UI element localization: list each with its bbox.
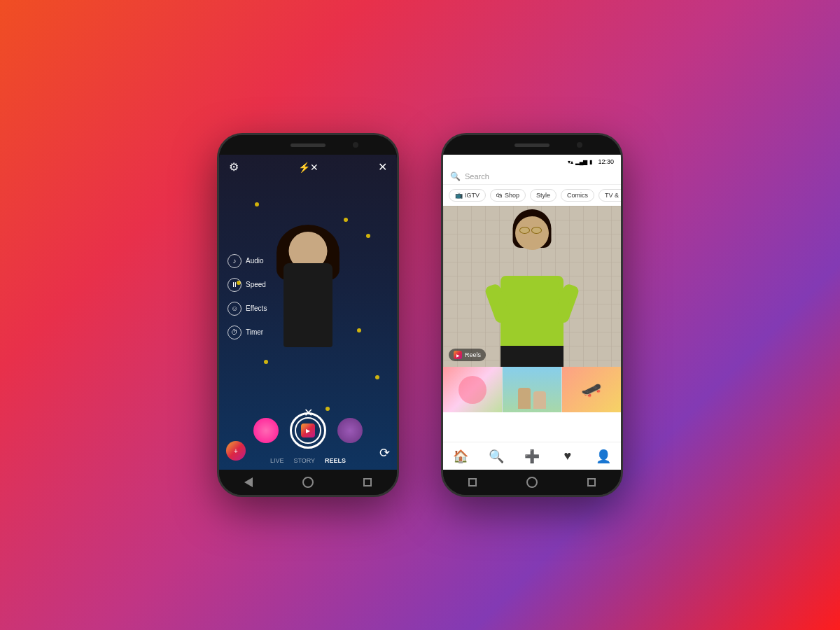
close-icon[interactable]: ✕ <box>378 160 387 174</box>
shop-label: Shop <box>505 192 519 199</box>
reels-badge-text: Reels <box>465 351 481 358</box>
right-speaker <box>514 144 550 147</box>
right-back-button[interactable] <box>587 478 596 486</box>
timer-label: Timer <box>246 328 263 336</box>
thumbnail-skate[interactable]: 🛹 <box>562 367 621 412</box>
sparkle-7 <box>375 375 379 379</box>
search-input[interactable]: Search <box>465 172 614 181</box>
style-label: Style <box>536 192 550 199</box>
reels-badge-icon: ▶ <box>454 351 462 359</box>
reels-shutter-icon: ▶ <box>301 424 315 438</box>
search-nav-button[interactable]: 🔍 <box>486 446 507 467</box>
igtv-label: IGTV <box>465 192 479 199</box>
speed-menu-item[interactable]: ⏸ Speed <box>227 278 267 292</box>
video-background <box>443 206 621 367</box>
right-phone-top-bar <box>443 135 621 155</box>
right-phone-bottom-bar <box>443 470 621 495</box>
status-time: 12:30 <box>598 158 614 165</box>
reels-camera-screen: ⚙ ⚡✕ ✕ ♪ Audio ⏸ Speed ☺ Effects <box>219 155 397 470</box>
shop-icon: 🛍 <box>496 192 503 199</box>
audio-menu-item[interactable]: ♪ Audio <box>227 254 267 268</box>
activity-nav-button[interactable]: ♥ <box>557 446 578 467</box>
woman-figure <box>270 232 346 414</box>
camera-top-bar: ⚙ ⚡✕ ✕ <box>219 160 397 174</box>
sparkle-2 <box>366 234 370 238</box>
right-front-camera <box>577 142 582 148</box>
tab-shop[interactable]: 🛍 Shop <box>490 189 526 202</box>
tab-style[interactable]: Style <box>530 189 556 202</box>
status-bar: ▾▴ ▂▄▆ ▮ 12:30 <box>443 155 621 169</box>
shutter-inner: ▶ <box>295 417 321 444</box>
back-button[interactable] <box>244 477 253 487</box>
profile-nav-button[interactable]: 👤 <box>593 446 614 467</box>
shutter-button[interactable]: ▶ <box>290 412 326 449</box>
speed-label: Speed <box>246 281 266 288</box>
effects-icon: ☺ <box>227 302 241 316</box>
tab-igtv[interactable]: 📺 IGTV <box>449 189 486 202</box>
sparkle-1 <box>255 202 259 206</box>
audio-icon: ♪ <box>227 254 241 268</box>
sparkle-4 <box>357 328 361 332</box>
search-icon: 🔍 <box>450 172 461 181</box>
explore-content-area: ▾▴ ▂▄▆ ▮ 12:30 🔍 Search 📺 IGTV 🛍 <box>443 155 621 470</box>
comics-label: Comics <box>567 192 588 199</box>
woman-body <box>284 263 332 347</box>
mode-live[interactable]: LIVE <box>270 457 284 464</box>
audio-label: Audio <box>246 257 264 265</box>
pink-filter-button[interactable] <box>253 418 279 443</box>
flip-camera-button[interactable]: ⟳ <box>379 445 390 461</box>
status-icons: ▾▴ ▂▄▆ ▮ <box>568 159 593 165</box>
mode-reels[interactable]: REELS <box>325 457 346 464</box>
sparkle-8 <box>344 218 348 222</box>
igtv-icon: 📺 <box>455 192 463 199</box>
reels-background: ⚙ ⚡✕ ✕ ♪ Audio ⏸ Speed ☺ Effects <box>219 155 397 470</box>
flash-icon[interactable]: ⚡✕ <box>298 162 318 173</box>
camera-side-menu: ♪ Audio ⏸ Speed ☺ Effects ⏱ Timer <box>227 254 267 340</box>
purple-filter-button[interactable] <box>337 418 363 443</box>
left-phone-bottom-bar <box>219 470 397 495</box>
speaker <box>290 144 326 147</box>
thumbnail-couple[interactable] <box>503 367 561 412</box>
speed-icon: ⏸ <box>227 278 241 292</box>
right-recents-button[interactable] <box>468 478 477 486</box>
timer-icon: ⏱ <box>227 326 241 340</box>
tv-movies-label: TV & Movies <box>605 192 621 199</box>
bottom-nav: 🏠 🔍 ➕ ♥ 👤 <box>443 442 621 470</box>
left-phone-top-bar <box>219 135 397 155</box>
search-bar[interactable]: 🔍 Search <box>443 169 621 185</box>
right-home-button[interactable] <box>526 477 538 488</box>
effects-menu-item[interactable]: ☺ Effects <box>227 302 267 316</box>
battery-icon: ▮ <box>589 159 592 165</box>
explore-tabs: 📺 IGTV 🛍 Shop Style Comics TV & Movies <box>443 185 621 206</box>
explore-main-content: ▶ Reels <box>443 206 621 442</box>
camera-mode-row: + LIVE STORY REELS ⟳ <box>219 457 397 464</box>
front-camera <box>353 142 358 148</box>
tab-tv-movies[interactable]: TV & Movies <box>598 189 621 202</box>
signal-icon: ▂▄▆ <box>575 159 588 165</box>
thumbnail-grid: 🛹 <box>443 367 621 412</box>
sparkle-5 <box>264 360 268 364</box>
reels-badge: ▶ Reels <box>449 349 486 361</box>
timer-menu-item[interactable]: ⏱ Timer <box>227 326 267 340</box>
home-button[interactable] <box>302 477 314 488</box>
shutter-row: ▶ <box>219 412 397 449</box>
explore-screen: ▾▴ ▂▄▆ ▮ 12:30 🔍 Search 📺 IGTV 🛍 <box>443 155 621 470</box>
man-figure <box>490 276 574 367</box>
camera-avatar[interactable]: + <box>226 441 246 461</box>
thumbnail-flowers[interactable] <box>443 367 502 412</box>
main-video[interactable]: ▶ Reels <box>443 206 621 367</box>
tab-comics[interactable]: Comics <box>561 189 594 202</box>
right-phone: ▾▴ ▂▄▆ ▮ 12:30 🔍 Search 📺 IGTV 🛍 <box>441 133 623 497</box>
wifi-icon: ▾▴ <box>568 159 573 165</box>
effects-label: Effects <box>246 304 267 312</box>
left-phone: ⚙ ⚡✕ ✕ ♪ Audio ⏸ Speed ☺ Effects <box>217 133 399 497</box>
settings-icon[interactable]: ⚙ <box>229 160 239 174</box>
home-nav-button[interactable]: 🏠 <box>450 446 471 467</box>
recents-button[interactable] <box>363 478 372 486</box>
add-nav-button[interactable]: ➕ <box>522 446 542 467</box>
mode-story[interactable]: STORY <box>293 457 315 464</box>
